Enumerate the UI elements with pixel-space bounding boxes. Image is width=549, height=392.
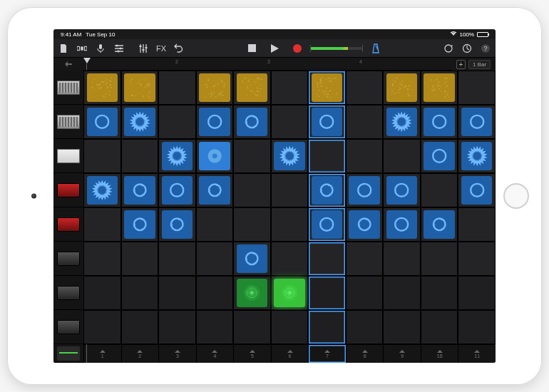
grid-cell[interactable]: [271, 139, 309, 173]
grid-cell[interactable]: [458, 173, 496, 207]
grid-cell[interactable]: [458, 242, 496, 276]
loop-clip[interactable]: [386, 73, 417, 102]
grid-cell[interactable]: [346, 173, 384, 207]
bar-length-button[interactable]: 1 Bar: [468, 60, 491, 69]
grid-cell[interactable]: [458, 139, 496, 173]
settings-icon[interactable]: [461, 43, 473, 54]
grid-cell[interactable]: [271, 310, 309, 344]
grid-cell[interactable]: [458, 310, 496, 344]
track-header[interactable]: [53, 242, 83, 276]
column-trigger[interactable]: 2: [121, 345, 159, 363]
grid-cell[interactable]: [308, 242, 346, 276]
loop-clip[interactable]: [461, 108, 492, 136]
loop-clip[interactable]: [424, 142, 454, 170]
loop-clip[interactable]: [424, 73, 454, 102]
grid-cell[interactable]: [383, 71, 421, 105]
grid-cell[interactable]: [421, 310, 458, 344]
loop-clip[interactable]: [386, 176, 417, 205]
grid-cell[interactable]: [158, 276, 196, 310]
loop-clip[interactable]: [424, 108, 454, 136]
metronome-icon[interactable]: [370, 43, 381, 54]
loop-clip[interactable]: [386, 210, 417, 239]
grid-cell[interactable]: [308, 105, 346, 139]
grid-cell[interactable]: [346, 242, 384, 276]
my-songs-icon[interactable]: [58, 43, 69, 54]
grid-cell[interactable]: [121, 276, 159, 310]
grid-cell[interactable]: [158, 139, 196, 173]
loop-clip[interactable]: [274, 142, 304, 170]
column-trigger[interactable]: 11: [458, 345, 496, 363]
loop-clip[interactable]: [312, 108, 342, 136]
grid-cell[interactable]: [346, 310, 384, 344]
loop-clip[interactable]: [312, 73, 342, 102]
grid-cell[interactable]: [158, 105, 196, 139]
grid-cell[interactable]: [383, 139, 421, 173]
grid-cell[interactable]: [271, 207, 309, 242]
grid-cell[interactable]: [121, 173, 159, 207]
grid-cell[interactable]: [421, 173, 458, 207]
grid-cell[interactable]: [233, 71, 271, 105]
grid-cell[interactable]: [196, 276, 234, 310]
loop-browser-icon[interactable]: [443, 43, 454, 54]
grid-cell[interactable]: [421, 71, 458, 105]
grid-cell[interactable]: [421, 207, 458, 242]
grid-cell[interactable]: [421, 276, 458, 310]
add-section-button[interactable]: +: [456, 60, 466, 69]
column-trigger[interactable]: 7: [308, 345, 346, 363]
grid-cell[interactable]: [346, 71, 384, 105]
grid-cell[interactable]: [121, 310, 159, 344]
loop-clip[interactable]: [312, 210, 342, 239]
play-button[interactable]: [269, 43, 280, 54]
grid-cell[interactable]: [83, 207, 121, 242]
column-trigger[interactable]: 10: [421, 345, 458, 363]
grid-cell[interactable]: [458, 71, 496, 105]
grid-cell[interactable]: [196, 173, 234, 207]
grid-cell[interactable]: [421, 242, 458, 276]
grid-cell[interactable]: [158, 71, 196, 105]
grid-cell[interactable]: [346, 139, 384, 173]
loop-clip[interactable]: [274, 279, 304, 307]
grid-cell[interactable]: [383, 173, 421, 207]
loop-clip[interactable]: [349, 176, 379, 205]
grid-cell[interactable]: [308, 310, 346, 344]
loop-clip[interactable]: [124, 210, 155, 239]
loop-clip[interactable]: [162, 210, 193, 239]
track-header[interactable]: [53, 310, 83, 344]
grid-cell[interactable]: [196, 310, 234, 344]
loop-clip[interactable]: [461, 176, 492, 205]
grid-cell[interactable]: [233, 173, 271, 207]
grid-cell[interactable]: [233, 276, 271, 310]
grid-cell[interactable]: [346, 276, 384, 310]
loop-clip[interactable]: [199, 108, 230, 136]
loop-clip[interactable]: [349, 210, 379, 239]
grid-cell[interactable]: [271, 276, 309, 310]
column-trigger[interactable]: 8: [346, 345, 384, 363]
mic-icon[interactable]: [95, 43, 106, 54]
grid-cell[interactable]: [83, 276, 121, 310]
loop-clip[interactable]: [162, 142, 193, 170]
grid-cell[interactable]: [346, 207, 384, 242]
column-trigger[interactable]: 9: [383, 345, 421, 363]
grid-cell[interactable]: [196, 207, 234, 242]
track-header[interactable]: [53, 173, 83, 207]
grid-cell[interactable]: [308, 139, 346, 173]
record-button[interactable]: [292, 43, 303, 54]
timeline-ruler[interactable]: 2 3 4: [83, 58, 451, 71]
grid-cell[interactable]: [196, 105, 234, 139]
grid-cell[interactable]: [271, 71, 309, 105]
tracks-icon[interactable]: [113, 43, 125, 54]
grid-cell[interactable]: [383, 276, 421, 310]
loop-clip[interactable]: [87, 176, 118, 205]
grid-cell[interactable]: [121, 71, 159, 105]
loop-clip[interactable]: [124, 73, 155, 102]
column-trigger[interactable]: 1: [83, 345, 121, 363]
grid-cell[interactable]: [83, 242, 121, 276]
grid-cell[interactable]: [271, 173, 309, 207]
grid-cell[interactable]: [383, 207, 421, 242]
grid-cell[interactable]: [83, 139, 121, 173]
grid-cell[interactable]: [458, 276, 496, 310]
loop-clip[interactable]: [386, 108, 417, 136]
track-header[interactable]: [53, 105, 83, 139]
loop-clip[interactable]: [312, 176, 342, 205]
grid-cell[interactable]: [233, 139, 271, 173]
